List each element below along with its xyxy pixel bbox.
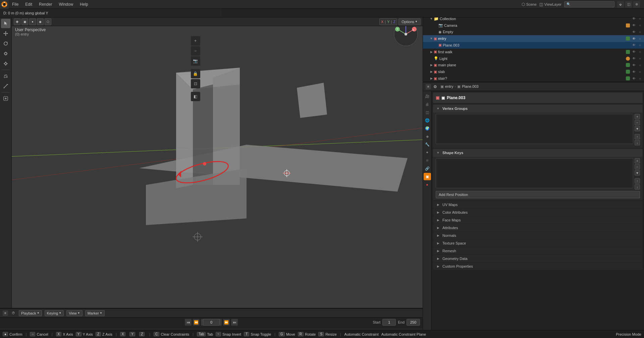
color-attributes-section[interactable]: ▶ Color Attributes: [433, 209, 643, 216]
tool-scale[interactable]: [1, 49, 10, 58]
sk-move-down-btn[interactable]: ↓: [635, 184, 640, 190]
tool-move[interactable]: [1, 29, 10, 38]
normals-section[interactable]: ▶ Normals: [433, 232, 643, 239]
options-button[interactable]: Options ▼: [398, 18, 421, 25]
texture-space-section[interactable]: ▶ Texture Space: [433, 240, 643, 247]
confirm-item: ● Confirm: [3, 332, 22, 336]
viewport-mode-select[interactable]: ◈: [14, 18, 20, 25]
vertex-group-menu-btn[interactable]: ▼: [635, 126, 640, 131]
tool-transform[interactable]: [1, 59, 10, 68]
rmb-key: ○: [30, 332, 35, 336]
uv-maps-section[interactable]: ▶ UV Maps: [433, 201, 643, 208]
tab-view-layer-props[interactable]: ◫: [424, 109, 431, 116]
tab-material-props[interactable]: ●: [424, 181, 431, 188]
timeline-menu[interactable]: ≡: [3, 311, 8, 316]
sk-move-up-btn[interactable]: ↑: [635, 178, 640, 184]
shape-keys-title: Shape Keys: [442, 151, 463, 155]
vertex-groups-header[interactable]: ▼ Vertex Groups: [433, 105, 643, 113]
outliner-light[interactable]: ▶ 💡 Light 👁 ○: [423, 55, 644, 62]
scene-viewport[interactable]: [12, 17, 423, 308]
header-icon-3[interactable]: ⊕: [633, 1, 640, 8]
next-keyframe-button[interactable]: ⏩: [223, 319, 230, 326]
shape-keys-section: ▼ Shape Keys + − ▼ ↑ ↓: [433, 149, 643, 200]
end-frame-input[interactable]: 250: [407, 319, 420, 326]
face-maps-section[interactable]: ▶ Face Maps: [433, 216, 643, 224]
menu-file[interactable]: File: [9, 0, 22, 8]
shape-key-menu-btn[interactable]: ▼: [635, 170, 640, 176]
viewport-shading-material[interactable]: ◉: [37, 18, 44, 25]
outliner-camera[interactable]: ▶ 📷 Camera 👁 ○: [423, 22, 644, 29]
view-side-button[interactable]: ◧: [191, 92, 200, 101]
outliner-main-plane[interactable]: ▶ ▣ main plane 👁 ○: [423, 62, 644, 69]
svg-point-4: [2, 5, 3, 6]
current-frame-input[interactable]: 0: [203, 319, 220, 326]
add-shape-key-btn[interactable]: +: [635, 158, 640, 163]
properties-panel: 🎥 🖨 ◫ 🌐 🌍 ◈ 🔧 ✦ ⚛ 🔗 ▣ ● ▣ ▣ Pl: [423, 91, 644, 338]
tab-object-props[interactable]: ◈: [424, 133, 431, 140]
tab-constraints-props[interactable]: 🔗: [424, 165, 431, 172]
move-down-btn[interactable]: ↓: [635, 140, 640, 145]
move-up-btn[interactable]: ↑: [635, 134, 640, 139]
frame-selected-button[interactable]: ⊡: [191, 79, 200, 88]
header-icon-2[interactable]: ◫: [625, 1, 632, 8]
toolbar-divider-2: [2, 92, 10, 92]
tab-scene-props[interactable]: 🌐: [424, 117, 431, 124]
props-menu-btn[interactable]: ≡: [426, 84, 431, 89]
marker-dropdown[interactable]: Marker▼: [85, 310, 105, 316]
menu-help[interactable]: Help: [76, 0, 92, 8]
outliner-first-walk[interactable]: ▶ ▣ first walk 👁 ○: [423, 49, 644, 55]
prev-keyframe-button[interactable]: ⏪: [193, 319, 200, 326]
tab-physics-props[interactable]: ⚛: [424, 157, 431, 164]
search-bar-icon: 🔍: [567, 2, 571, 6]
remove-shape-key-btn[interactable]: −: [635, 164, 640, 170]
outliner-entry[interactable]: ▼ ▣ entry 👁 ○: [423, 35, 644, 42]
jump-end-button[interactable]: ⏭: [231, 319, 238, 326]
camera-view-button[interactable]: 📷: [191, 56, 200, 66]
outliner-stair[interactable]: ▶ ▣ stair? 👁 ○: [423, 75, 644, 82]
tool-annotate[interactable]: [1, 71, 10, 81]
playback-dropdown[interactable]: Playback▼: [19, 310, 42, 316]
properties-area: ≡ ⚙ ▣ entry › ▣ Plane.003 🎥 🖨 ◫ 🌐 🌍 ◈: [423, 82, 644, 338]
viewport-3d[interactable]: ◈ ▣ ● ◉ ⬡ X | Y | Z Options ▼ User Persp…: [12, 17, 423, 308]
attributes-section[interactable]: ▶ Attributes: [433, 224, 643, 231]
header-icon-1[interactable]: ⬙: [617, 1, 624, 8]
tab-data-props[interactable]: ▣: [424, 173, 431, 180]
outliner-empty[interactable]: ▶ ◉ Empty 👁 ○: [423, 28, 644, 35]
viewport-shading-solid[interactable]: ●: [29, 18, 36, 25]
tab-output-props[interactable]: 🖨: [424, 100, 431, 108]
menu-render[interactable]: Render: [36, 0, 55, 8]
view-lock-button[interactable]: 🔒: [191, 69, 200, 78]
start-frame-input[interactable]: 1: [382, 319, 396, 326]
outliner-slab[interactable]: ▶ ▣ slab 👁 ○: [423, 68, 644, 75]
jump-start-button[interactable]: ⏮: [185, 319, 192, 326]
add-rest-position-btn[interactable]: Add Rest Position: [436, 191, 640, 198]
menu-edit[interactable]: Edit: [22, 0, 36, 8]
custom-properties-section[interactable]: ▶ Custom Properties: [433, 263, 643, 270]
axis-display[interactable]: X | Y | Z: [379, 18, 397, 25]
add-vertex-group-btn[interactable]: +: [635, 114, 640, 119]
tab-particles-props[interactable]: ✦: [424, 149, 431, 156]
outliner-plane003[interactable]: ▶ ▣ Plane.003 👁 ○: [423, 42, 644, 49]
remesh-section[interactable]: ▶ Remesh: [433, 247, 643, 255]
tool-measure[interactable]: [1, 81, 10, 91]
timeline-type-icon[interactable]: ⏱: [11, 311, 16, 316]
tool-add[interactable]: [1, 94, 10, 103]
tab-world-props[interactable]: 🌍: [424, 125, 431, 132]
viewport-shading-render[interactable]: ⬡: [45, 18, 51, 25]
cancel-label: Cancel: [37, 332, 48, 336]
tab-modifier-props[interactable]: 🔧: [424, 141, 431, 148]
tool-rotate[interactable]: [1, 39, 10, 48]
shape-key-buttons: + − ▼ ↑ ↓: [635, 158, 640, 190]
zoom-in-button[interactable]: +: [191, 36, 200, 46]
remove-vertex-group-btn[interactable]: −: [635, 120, 640, 125]
viewport-display-mode[interactable]: ▣: [21, 18, 28, 25]
shape-keys-header[interactable]: ▼ Shape Keys: [433, 149, 643, 157]
menu-window[interactable]: Window: [55, 0, 76, 8]
geometry-data-section[interactable]: ▶ Geometry Data: [433, 255, 643, 262]
svg-point-2: [4, 2, 5, 3]
zoom-out-button[interactable]: −: [191, 46, 200, 56]
tab-render-props[interactable]: 🎥: [424, 92, 431, 100]
view-dropdown[interactable]: View▼: [66, 310, 83, 316]
keying-dropdown[interactable]: Keying▼: [45, 310, 64, 316]
tool-cursor[interactable]: [1, 19, 10, 28]
